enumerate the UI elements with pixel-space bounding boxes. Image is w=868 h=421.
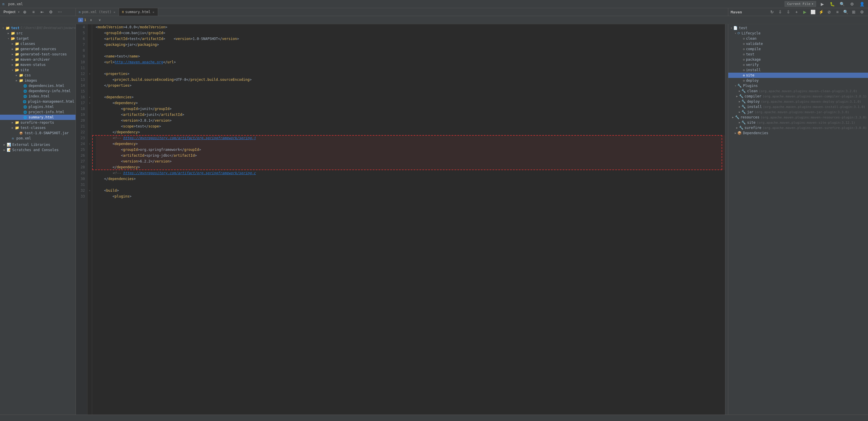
maven-toggle-button[interactable]: ≡	[834, 8, 841, 16]
tree-item-plugin-management-html[interactable]: 🌐 plugin-management.html	[0, 99, 75, 104]
maven-item-dependencies[interactable]: ▶ 📦 Dependencies	[728, 130, 868, 136]
debug-button[interactable]: 🐛	[828, 0, 836, 8]
maven-window-button[interactable]: ⬜	[809, 8, 817, 16]
tab-summary-html[interactable]: H summary.html ✕	[119, 8, 158, 16]
tree-item-test-jar[interactable]: 📦 test-1.0-SNAPSHOT.jar	[0, 130, 75, 136]
fold-properties[interactable]: ▾	[88, 71, 92, 77]
maven-item-verify[interactable]: ⚙ verify	[728, 62, 868, 67]
maven-item-compile[interactable]: ⚙ compile	[728, 47, 868, 52]
plugin-surefire-label: surefire	[745, 126, 762, 130]
current-file-dropdown[interactable]: Current File ▾	[784, 1, 816, 7]
more-options-button[interactable]: ⋯	[56, 8, 64, 16]
target-label: target	[16, 36, 29, 40]
code-line-32: <build>	[96, 188, 725, 193]
fold-dependency2[interactable]: ▾	[88, 141, 92, 147]
tree-item-surefire-reports[interactable]: ▶ 📁 surefire-reports	[0, 120, 75, 125]
maven-add-button[interactable]: +	[793, 8, 800, 16]
maven-item-clean[interactable]: ⚙ clean	[728, 36, 868, 41]
search-button[interactable]: 🔍	[838, 0, 846, 8]
maven-item-lifecycle[interactable]: ▾ ⟳ Lifecycle	[728, 31, 868, 36]
maven-item-plugin-site[interactable]: ▶ 🔧 site (org.apache.maven.plugins:maven…	[728, 120, 868, 125]
tree-item-summary-html[interactable]: 🌐 summary.html	[0, 115, 75, 120]
jar-spacer	[14, 131, 19, 135]
tree-item-dependencies-html[interactable]: 🌐 dependencies.html	[0, 83, 75, 88]
tab-pom-xml[interactable]: m pom.xml (test) ✕	[76, 8, 119, 16]
pom-xml-tab-close[interactable]: ✕	[113, 10, 116, 14]
index-label: index.html	[29, 94, 50, 98]
maven-item-install[interactable]: ⚙ install	[728, 67, 868, 73]
maven-download-button[interactable]: ⇩	[776, 8, 784, 16]
tree-item-classes[interactable]: ▶ 📁 classes	[0, 41, 75, 47]
css-folder-icon: 📁	[19, 73, 23, 77]
maven-columns-button[interactable]: ⊞	[850, 8, 858, 16]
tree-item-maven-archiver[interactable]: ▶ 📁 maven-archiver	[0, 57, 75, 62]
maven-archiver-folder-icon: 📁	[14, 58, 19, 62]
warning-count: 1	[84, 18, 86, 22]
clean-gear-icon: ⚙	[743, 37, 745, 40]
maven-item-plugin-deploy[interactable]: ▶ 🔧 deploy (org.apache.maven.plugins:mav…	[728, 99, 868, 104]
fold-build[interactable]: ▾	[88, 188, 92, 193]
maven-search-button[interactable]: 🔍	[842, 8, 849, 16]
editor-scrollbar[interactable]	[725, 24, 728, 415]
code-editor[interactable]: <modelVersion>4.0.0</modelVersion> <grou…	[92, 24, 725, 415]
tree-item-scratches[interactable]: ▶ 📝 Scratches and Consoles	[0, 147, 75, 153]
plugin-jar-detail: (org.apache.maven.plugins:maven-jar-plug…	[754, 110, 849, 114]
maven-skip-button[interactable]: ⊘	[826, 8, 833, 16]
maven-item-package[interactable]: ⚙ package	[728, 57, 868, 62]
maven-item-test-root[interactable]: ▾ 📄 test	[728, 25, 868, 31]
tree-item-images[interactable]: ▶ 📁 images	[0, 78, 75, 83]
maven-phase-button[interactable]: ⚡	[817, 8, 825, 16]
settings-gear-button[interactable]: ⚙	[47, 8, 55, 16]
maven-item-site[interactable]: ⚙ site	[728, 73, 868, 78]
collapse-all-button[interactable]: ⇤	[38, 8, 46, 16]
tree-item-external-libraries[interactable]: ▶ 📊 External Libraries	[0, 142, 75, 147]
classes-label: classes	[21, 42, 35, 46]
next-warning-button[interactable]: ∨	[96, 16, 103, 24]
maven-item-validate[interactable]: ⚙ validate	[728, 41, 868, 47]
maven-item-plugin-clean[interactable]: ▶ 🔧 clean (org.apache.maven.plugins:mave…	[728, 88, 868, 94]
tree-item-site[interactable]: ▾ 📂 site	[0, 67, 75, 73]
run-button[interactable]: ▶	[818, 0, 826, 8]
maven-item-plugin-jar[interactable]: ▶ 🔧 jar (org.apache.maven.plugins:maven-…	[728, 110, 868, 115]
summary-html-tab-close[interactable]: ✕	[152, 10, 155, 14]
tree-item-css[interactable]: ▶ 📁 css	[0, 73, 75, 78]
maven-item-deploy[interactable]: ⚙ deploy	[728, 78, 868, 83]
install-gear-icon: ⚙	[743, 68, 745, 72]
tree-root[interactable]: ▾ 📁 test C:\Users\姜旺\Desktop\wz\javawrok…	[0, 25, 75, 31]
maven-item-plugin-install[interactable]: ▶ 🔧 install (org.apache.maven.plugins:ma…	[728, 104, 868, 110]
maven-refresh-button[interactable]: ↻	[768, 8, 776, 16]
site-arrow: ▾	[10, 68, 14, 72]
maven-item-plugin-compiler[interactable]: ▶ 🔧 compiler (org.apache.maven.plugins:m…	[728, 94, 868, 99]
scratches-icon: 📝	[6, 148, 11, 152]
maven-run-button[interactable]: ▶	[801, 8, 808, 16]
maven-item-test[interactable]: ⚙ test	[728, 52, 868, 57]
maven-status-folder-icon: 📁	[14, 63, 19, 67]
tree-item-test-classes[interactable]: ▶ 📁 test-classes	[0, 125, 75, 130]
plugin-resources-arrow: ▶	[732, 116, 734, 119]
maven-settings-button[interactable]: ⚙	[858, 8, 866, 16]
tree-item-src[interactable]: ▶ 📁 src	[0, 31, 75, 36]
list-view-button[interactable]: ≡	[30, 8, 37, 16]
tree-item-maven-status[interactable]: ▶ 📁 maven-status	[0, 62, 75, 67]
tree-item-plugins-html[interactable]: 🌐 plugins.html	[0, 104, 75, 110]
tree-item-pom-xml[interactable]: m pom.xml	[0, 136, 75, 141]
tree-item-target[interactable]: ▾ 📂 target	[0, 36, 75, 41]
maven-item-plugin-surefire[interactable]: ▶ 🔧 surefire (org.apache.maven.plugins:m…	[728, 125, 868, 130]
settings-button[interactable]: ⚙	[848, 0, 856, 8]
prev-warning-button[interactable]: ∧	[87, 16, 95, 24]
tree-item-project-info-html[interactable]: 🌐 project-info.html	[0, 110, 75, 115]
fold-dependency1[interactable]: ▾	[88, 100, 92, 106]
maven-item-plugin-resources[interactable]: ▶ 🔧 resources (org.apache.maven.plugins:…	[728, 115, 868, 120]
tree-item-index-html[interactable]: 🌐 index.html	[0, 94, 75, 99]
plugin-compiler-detail: (org.apache.maven.plugins:maven-compiler…	[763, 94, 867, 98]
fold-dependencies[interactable]: ▾	[88, 94, 92, 100]
project-label[interactable]: Project	[2, 8, 17, 16]
dependencies-icon: 📦	[737, 131, 742, 135]
tree-item-generated-sources[interactable]: ▶ 📁 generated-sources	[0, 47, 75, 52]
tree-item-generated-test-sources[interactable]: ▶ 📁 generated-test-sources	[0, 52, 75, 57]
profile-button[interactable]: 👤	[858, 0, 866, 8]
maven-item-plugins[interactable]: ▾ 🔧 Plugins	[728, 83, 868, 88]
maven-download-sources-button[interactable]: ⇩	[784, 8, 792, 16]
tree-item-dependency-info-html[interactable]: 🌐 dependency-info.html	[0, 88, 75, 94]
add-module-button[interactable]: ⊕	[21, 8, 29, 16]
